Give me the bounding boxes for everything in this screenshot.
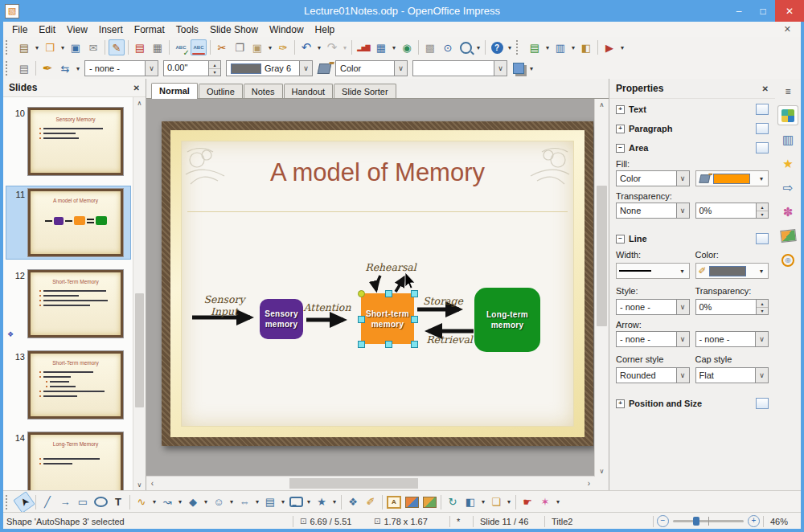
zoom-in-icon[interactable]: + (748, 515, 760, 527)
dropdown-arrow-icon[interactable]: ∨ (494, 61, 507, 76)
arrow-style-dropdown-icon[interactable]: ▾ (75, 65, 81, 72)
arrange-dropdown-icon[interactable]: ▾ (506, 498, 512, 505)
dialog-launcher-icon[interactable] (756, 398, 769, 409)
slide-thumbnail-13[interactable]: 13 Short-Term memory (6, 348, 131, 422)
spin-down-icon[interactable]: ▾ (209, 69, 220, 76)
glue-points-icon[interactable]: ✐ (363, 494, 379, 510)
fontwork-icon[interactable]: A (386, 494, 402, 510)
dialog-launcher-icon[interactable] (756, 233, 769, 244)
start-slideshow-icon[interactable]: ▶ (601, 39, 617, 55)
edit-file-icon[interactable]: ✎ (109, 39, 125, 55)
zoom-icon[interactable] (457, 39, 474, 55)
menu-edit[interactable]: Edit (33, 23, 61, 36)
horizontal-scrollbar[interactable]: ‹ › (146, 476, 595, 490)
new-document-icon[interactable]: ▤ (16, 39, 32, 55)
storage-label[interactable]: Storage (419, 295, 467, 307)
collapse-icon[interactable]: − (616, 235, 625, 243)
dropdown-arrow-icon[interactable]: ∨ (145, 61, 158, 76)
vertical-scrollbar[interactable]: ∧ ∨ (594, 99, 609, 477)
section-text[interactable]: + Text (609, 99, 775, 118)
undo-icon[interactable]: ↶ (298, 39, 314, 55)
tab-notes[interactable]: Notes (244, 84, 283, 98)
toolbar-overflow-icon[interactable]: ▾ (507, 44, 513, 51)
transparency-type-select[interactable]: None ∨ (616, 203, 690, 219)
fill-type-select[interactable]: Color ∨ (616, 170, 690, 186)
rehearsal-label[interactable]: Rehearsal (364, 261, 417, 273)
scroll-down-icon[interactable]: ∨ (595, 465, 609, 477)
scroll-down-icon[interactable]: ∨ (133, 479, 146, 490)
line-tool-icon[interactable]: ╱ (39, 494, 55, 510)
spin-up-icon[interactable]: ▴ (757, 203, 768, 211)
open-icon[interactable]: ❒ (42, 39, 58, 55)
interaction-icon[interactable]: ☛ (519, 494, 535, 510)
cut-icon[interactable]: ✂ (214, 39, 230, 55)
adjustment-handle[interactable] (358, 290, 365, 297)
slide-thumbnail-10[interactable]: 10 Sensory Memory (6, 104, 131, 178)
rectangle-tool-icon[interactable]: ▭ (75, 494, 91, 510)
line-color-button[interactable]: ✐ ▾ (695, 263, 769, 279)
redo-icon[interactable]: ↷ (324, 39, 340, 55)
zoom-dropdown-icon[interactable]: ▾ (475, 44, 482, 51)
line-dialog-icon[interactable]: ✒ (39, 60, 55, 76)
print-icon[interactable]: ▦ (150, 39, 166, 55)
chart-icon[interactable]: ▂▅▇ (355, 39, 371, 55)
toolbar-grip[interactable] (6, 61, 13, 76)
line-width-select[interactable]: ▾ (616, 263, 690, 279)
arrow-style-icon[interactable]: ⇆ (57, 60, 73, 76)
zoom-thumb[interactable] (693, 517, 699, 526)
section-line[interactable]: − Line (609, 228, 775, 248)
sidebar-custom-animation-icon[interactable]: ★ (778, 154, 798, 173)
redo-dropdown-icon[interactable]: ▾ (342, 44, 348, 51)
slide-design-icon[interactable]: ◧ (578, 39, 594, 55)
select-pointer-icon[interactable]: ➤ (13, 491, 35, 514)
dropdown-arrow-icon[interactable]: ∨ (676, 203, 689, 218)
dialog-launcher-icon[interactable] (756, 123, 769, 134)
cursor-position[interactable]: ⊡ 6.69 / 5.51 (297, 517, 371, 526)
alignment-icon[interactable]: ◧ (462, 494, 478, 510)
scroll-up-icon[interactable]: ∧ (595, 99, 609, 110)
scroll-right-icon[interactable]: › (583, 477, 595, 490)
section-position-size[interactable]: + Position and Size (609, 393, 775, 412)
sidebar-effects-icon[interactable]: ✽ (778, 203, 798, 221)
table-icon[interactable]: ▦ (373, 39, 389, 55)
export-pdf-icon[interactable]: ▤ (132, 39, 148, 55)
paste-icon[interactable]: ▣ (249, 39, 265, 55)
sidebar-gallery-icon[interactable] (778, 227, 798, 245)
fill-color-select[interactable]: ∨ (412, 60, 507, 76)
toolbar-grip[interactable] (516, 40, 523, 55)
expand-icon[interactable]: + (616, 105, 625, 114)
section-paragraph[interactable]: + Paragraph (609, 118, 775, 137)
stars-dropdown-icon[interactable]: ▾ (331, 498, 338, 505)
text-tool-icon[interactable]: T (110, 494, 126, 510)
flowchart-icon[interactable]: ▤ (262, 494, 278, 510)
long-term-memory-shape[interactable]: Long-term memory (474, 288, 540, 352)
collapse-icon[interactable]: − (616, 144, 625, 153)
menu-tools[interactable]: Tools (170, 23, 204, 36)
new-slide-dropdown-icon[interactable]: ▾ (544, 44, 551, 51)
expand-icon[interactable]: + (616, 399, 625, 408)
menu-format[interactable]: Format (129, 23, 170, 36)
selection-handle[interactable] (411, 316, 418, 323)
help-icon[interactable]: ? (489, 39, 505, 55)
zoom-slider[interactable]: − + (657, 515, 760, 527)
retrieval-label[interactable]: Retrieval (424, 334, 475, 346)
slide-layout-dropdown-icon[interactable]: ▾ (570, 44, 576, 51)
selection-handle[interactable] (358, 341, 365, 348)
slides-panel-close-icon[interactable]: ✕ (133, 84, 140, 92)
block-arrows-icon[interactable]: ⇔ (236, 494, 252, 510)
sidebar-properties-icon[interactable] (778, 106, 798, 125)
close-document-icon[interactable]: ✕ (777, 24, 798, 35)
cap-style-select[interactable]: Flat ∨ (695, 367, 769, 383)
tab-normal[interactable]: Normal (151, 83, 198, 99)
toolbar-grip[interactable] (6, 40, 13, 55)
dropdown-arrow-icon[interactable]: ∨ (676, 300, 689, 314)
new-slide-icon[interactable]: ▤ (527, 39, 543, 55)
alignment-dropdown-icon[interactable]: ▾ (480, 498, 486, 505)
curve-tool-icon[interactable]: ∿ (133, 494, 150, 510)
menu-window[interactable]: Window (264, 23, 310, 36)
corner-style-select[interactable]: Rounded ∨ (616, 367, 690, 383)
transparency-spinner[interactable]: 0% ▴▾ (695, 203, 769, 219)
slide-thumbnail-12[interactable]: 12 ❖ Short-Term Memory (6, 267, 131, 341)
spin-up-icon[interactable]: ▴ (209, 61, 220, 69)
menu-file[interactable]: File (6, 23, 33, 36)
